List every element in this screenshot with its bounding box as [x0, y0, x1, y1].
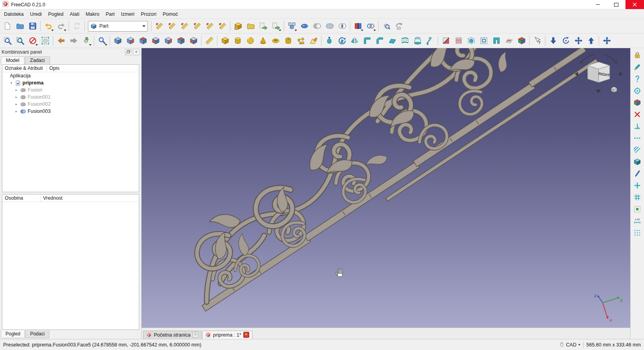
cylinder-button[interactable] [231, 35, 244, 47]
go-to-linked-object-button[interactable] [80, 35, 92, 47]
new-file-button[interactable] [1, 20, 13, 32]
chamfer-button[interactable] [373, 35, 386, 47]
union-button[interactable] [323, 20, 336, 32]
measure-toggle-3d-button[interactable] [203, 20, 216, 32]
menu-alati[interactable]: Alati [67, 10, 82, 18]
tree-item-fusion002[interactable]: ▸Fusion002 [2, 101, 139, 108]
tube-button[interactable] [282, 35, 294, 47]
menu-uredi[interactable]: Uredi [27, 10, 45, 18]
whats-this-button[interactable]: ? [531, 35, 543, 47]
view-axonometric-button[interactable] [112, 35, 124, 47]
chevron-right-icon[interactable]: ▸ [14, 109, 19, 113]
tree-item-priprema[interactable]: ▾priprema [2, 79, 139, 86]
maximize-button[interactable] [607, 0, 625, 9]
defeaturing-button[interactable] [393, 20, 405, 32]
cut-button[interactable] [311, 20, 323, 32]
measure-cube-button[interactable] [632, 157, 643, 167]
workbench-selector[interactable]: Part [88, 21, 148, 32]
sweep-button[interactable] [424, 35, 436, 47]
measure-distance-button[interactable] [203, 35, 215, 47]
tree-item-fusion001[interactable]: ▸Fusion001 [2, 94, 139, 101]
close-panel-button[interactable]: × [133, 49, 140, 55]
shape-builder-button[interactable] [307, 35, 319, 47]
navigation-style-selector[interactable]: CAD [559, 342, 580, 348]
section-button[interactable] [440, 35, 452, 47]
join-features-button[interactable] [352, 20, 364, 32]
check-geometry-button[interactable] [380, 20, 392, 32]
3d-viewport[interactable]: RIGHT [142, 48, 630, 328]
highlight-cell-button[interactable] [632, 204, 643, 214]
cone-button[interactable] [257, 35, 269, 47]
save-file-button[interactable] [26, 20, 39, 32]
chevron-right-icon[interactable]: ▸ [14, 88, 19, 92]
transform-button[interactable] [601, 35, 613, 47]
close-tab-icon[interactable]: × [243, 332, 249, 338]
property-editor[interactable]: Osobina Vrednost [2, 194, 139, 330]
menu-datoteka[interactable]: Datoteka [1, 10, 27, 18]
offset-3d-button[interactable] [465, 35, 477, 47]
fit-selection-button[interactable] [14, 35, 26, 47]
panel-bottom-tab-podaci[interactable]: Podaci [25, 330, 49, 338]
sphere-button[interactable] [244, 35, 256, 47]
view-top-button[interactable] [137, 35, 149, 47]
navcube-arrow-down[interactable] [595, 90, 601, 93]
float-panel-button[interactable] [125, 49, 132, 55]
navcube-arrow-left[interactable] [575, 72, 578, 76]
color-per-face-button[interactable] [515, 35, 528, 47]
open-file-button[interactable] [14, 20, 26, 32]
ruled-surface-button[interactable] [399, 35, 411, 47]
pan-manipulator-button[interactable] [572, 35, 584, 47]
view-bottom-button[interactable] [175, 35, 187, 47]
measure-target-button[interactable] [632, 86, 643, 96]
scale-indicator-button[interactable]: 1.00 [632, 216, 643, 226]
zoom-button[interactable] [96, 35, 108, 47]
view-left-button[interactable] [187, 35, 200, 47]
navcube-rotate-arrows[interactable] [582, 55, 615, 62]
lock-measurement-button[interactable] [632, 50, 643, 60]
compound-tools-button[interactable] [286, 20, 298, 32]
navcube-menu-chevron[interactable] [619, 91, 623, 93]
projection-on-surface-button[interactable] [503, 35, 515, 47]
chevron-right-icon[interactable]: ▸ [14, 102, 19, 106]
extrude-button[interactable] [323, 35, 335, 47]
loft-button[interactable] [411, 35, 424, 47]
chevron-right-icon[interactable]: ▸ [14, 95, 19, 99]
menu-makro[interactable]: Makro [82, 10, 103, 18]
measure-refresh-button[interactable] [178, 20, 190, 32]
align-up-button[interactable] [585, 35, 597, 47]
menu-izmeri[interactable]: Izmeri [118, 10, 138, 18]
panel-tab-model[interactable]: Model [1, 56, 24, 64]
delete-measurement-button[interactable] [632, 109, 643, 120]
undo-button[interactable] [42, 20, 54, 32]
make-sub-link-button[interactable] [270, 20, 282, 32]
make-link-button[interactable] [257, 20, 269, 32]
measure-more-button[interactable] [632, 133, 643, 143]
primitives-button[interactable] [295, 35, 307, 47]
menu-pogled[interactable]: Pogled [45, 10, 67, 18]
model-tree[interactable]: Oznake & Atributi Opis Aplikacija▾pripre… [2, 64, 139, 192]
tree-item-fusion003[interactable]: ▸Fusion003 [2, 108, 139, 115]
thickness-button[interactable] [490, 35, 502, 47]
navcube-mini-cube[interactable] [611, 87, 617, 92]
fit-all-button[interactable] [1, 35, 13, 47]
create-part-button[interactable] [232, 20, 244, 32]
split-features-button[interactable] [364, 20, 377, 32]
measure-clear-button[interactable] [191, 20, 203, 32]
torus-button[interactable] [269, 35, 282, 47]
ornament-model[interactable] [142, 48, 630, 328]
navcube-arrow-right[interactable] [619, 72, 623, 76]
menu-prozori[interactable]: Prozori [138, 10, 160, 18]
create-group-button[interactable] [245, 20, 257, 32]
measure-angular-button[interactable] [166, 20, 178, 32]
view-rear-button[interactable] [162, 35, 174, 47]
document-tab-pocetna-stranica[interactable]: Početna stranica× [143, 331, 202, 339]
measure-perpendicular-button[interactable] [632, 121, 643, 131]
bounding-box-button[interactable] [39, 35, 51, 47]
make-face-button[interactable] [386, 35, 398, 47]
intersection-button[interactable] [336, 20, 348, 32]
tree-item-fusion[interactable]: ▸Fusion [2, 86, 139, 94]
nav-forward-button[interactable] [67, 35, 80, 47]
fillet-button[interactable] [361, 35, 373, 47]
toggle-grid-button[interactable] [632, 192, 643, 202]
grid-dots-button[interactable] [632, 228, 643, 238]
